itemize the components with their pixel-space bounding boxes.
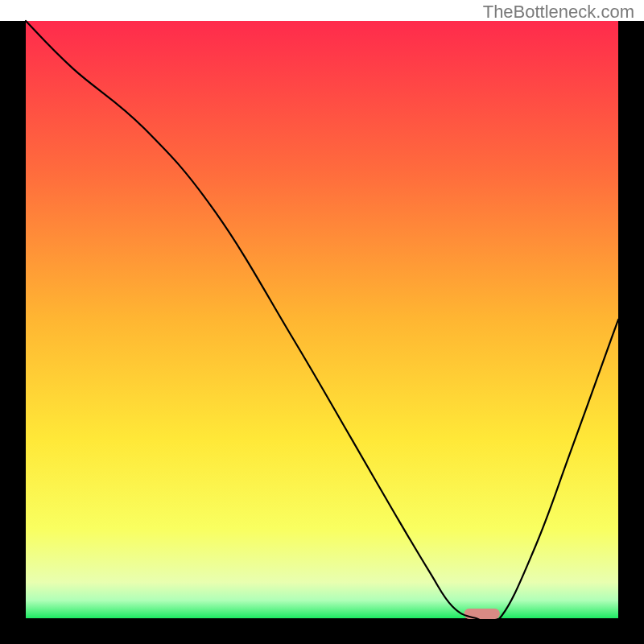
watermark-text: TheBottleneck.com	[483, 2, 634, 23]
bottleneck-chart	[0, 0, 644, 644]
chart-plot-area	[26, 21, 618, 618]
